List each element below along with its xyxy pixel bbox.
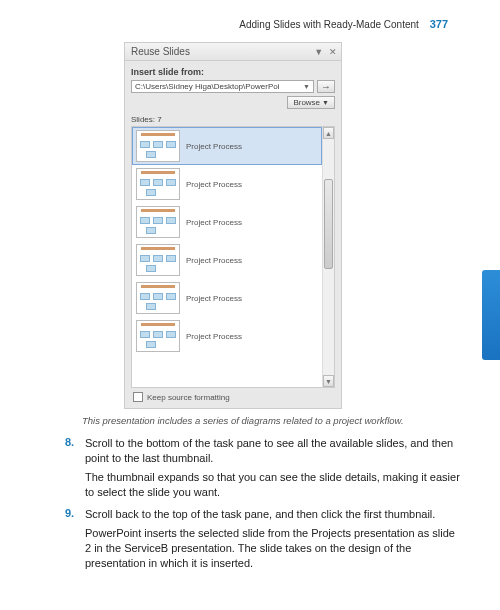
- vertical-scrollbar[interactable]: ▲ ▼: [322, 127, 334, 387]
- scroll-thumb[interactable]: [324, 179, 333, 269]
- path-row: C:\Users\Sidney Higa\Desktop\PowerPoi ▼ …: [131, 80, 335, 93]
- browse-row: Browse ▼: [131, 96, 335, 109]
- pane-body: Insert slide from: C:\Users\Sidney Higa\…: [125, 61, 341, 408]
- slide-thumbnail: [136, 320, 180, 352]
- slide-thumbnail: [136, 282, 180, 314]
- insert-from-label: Insert slide from:: [131, 67, 335, 77]
- body-text: 8. Scroll to the bottom of the task pane…: [65, 436, 460, 571]
- step-9-para: PowerPoint inserts the selected slide fr…: [85, 526, 460, 571]
- path-combobox[interactable]: C:\Users\Sidney Higa\Desktop\PowerPoi ▼: [131, 80, 314, 93]
- slide-thumbnail: [136, 244, 180, 276]
- go-arrow-button[interactable]: →: [317, 80, 335, 93]
- slide-item[interactable]: Project Process: [132, 127, 322, 165]
- slide-item[interactable]: Project Process: [132, 241, 322, 279]
- scroll-down-button[interactable]: ▼: [323, 375, 334, 387]
- slide-item[interactable]: Project Process: [132, 165, 322, 203]
- slide-label: Project Process: [186, 142, 242, 151]
- slide-thumbnail: [136, 130, 180, 162]
- slide-label: Project Process: [186, 256, 242, 265]
- slide-thumbnail: [136, 168, 180, 200]
- slide-item[interactable]: Project Process: [132, 203, 322, 241]
- chapter-side-tab: [482, 270, 500, 360]
- keep-formatting-checkbox[interactable]: [133, 392, 143, 402]
- close-icon[interactable]: ✕: [329, 47, 337, 57]
- step-8: 8. Scroll to the bottom of the task pane…: [65, 436, 460, 466]
- slide-thumbnail: [136, 206, 180, 238]
- slides-list: Project ProcessProject ProcessProject Pr…: [132, 127, 322, 387]
- chapter-title: Adding Slides with Ready-Made Content: [239, 19, 419, 30]
- slide-label: Project Process: [186, 180, 242, 189]
- pane-title-text: Reuse Slides: [131, 46, 190, 57]
- step-9: 9. Scroll back to the top of the task pa…: [65, 507, 460, 522]
- page-number: 377: [430, 18, 448, 30]
- slides-count-label: Slides: 7: [131, 115, 335, 124]
- browse-label: Browse: [293, 98, 320, 107]
- keep-formatting-label: Keep source formatting: [147, 393, 230, 402]
- chevron-down-icon[interactable]: ▼: [314, 47, 323, 57]
- step-number: 9.: [65, 507, 79, 522]
- chevron-down-icon: ▼: [322, 99, 329, 106]
- page-header: Adding Slides with Ready-Made Content 37…: [0, 0, 500, 30]
- slide-label: Project Process: [186, 294, 242, 303]
- chevron-down-icon[interactable]: ▼: [303, 83, 310, 90]
- pane-window-controls: ▼ ✕: [311, 46, 337, 57]
- step-text: Scroll to the bottom of the task pane to…: [85, 436, 460, 466]
- slides-list-container: Project ProcessProject ProcessProject Pr…: [131, 126, 335, 388]
- reuse-slides-pane: Reuse Slides ▼ ✕ Insert slide from: C:\U…: [124, 42, 342, 409]
- slide-label: Project Process: [186, 218, 242, 227]
- step-number: 8.: [65, 436, 79, 466]
- scroll-up-button[interactable]: ▲: [323, 127, 334, 139]
- slide-item[interactable]: Project Process: [132, 279, 322, 317]
- pane-titlebar: Reuse Slides ▼ ✕: [125, 43, 341, 61]
- slide-label: Project Process: [186, 332, 242, 341]
- figure-caption: This presentation includes a series of d…: [82, 415, 500, 426]
- browse-button[interactable]: Browse ▼: [287, 96, 335, 109]
- scroll-track[interactable]: [323, 139, 334, 375]
- path-value: C:\Users\Sidney Higa\Desktop\PowerPoi: [135, 82, 280, 91]
- slide-item[interactable]: Project Process: [132, 317, 322, 355]
- step-8-para: The thumbnail expands so that you can se…: [85, 470, 460, 500]
- step-text: Scroll back to the top of the task pane,…: [85, 507, 435, 522]
- keep-formatting-row: Keep source formatting: [131, 388, 335, 404]
